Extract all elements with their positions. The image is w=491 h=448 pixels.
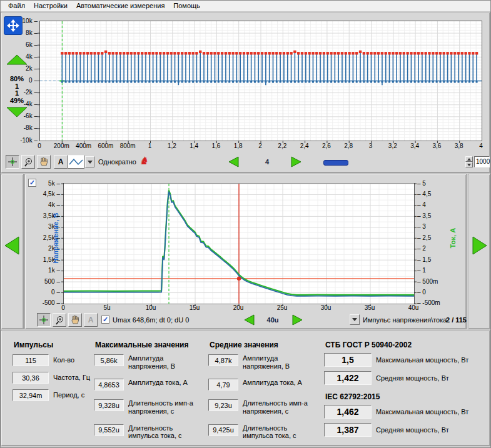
current-tick-label: – 4,5 — [417, 191, 442, 197]
menu-item-Помощь[interactable]: Помощь — [169, 1, 205, 11]
y-tick-label: -10k – — [19, 137, 38, 144]
x-tick-label: 3,2 — [382, 142, 404, 149]
cursor-info-label: Umax 648,6m; dt 0; dU 0 — [113, 316, 189, 324]
results-group-3: Средние значения4,87kАмплитуда напряжени… — [208, 331, 316, 448]
cursor-tool-button-2[interactable] — [37, 313, 51, 327]
move-arrows-icon — [6, 19, 20, 32]
standard-row: 1,462Максимальная мощность, Вт — [324, 405, 468, 419]
x-tick-label: 2,4 — [293, 142, 316, 149]
current-tick-label: – 500m — [417, 278, 442, 285]
result-label: Длительность имп-а напряжения, с — [243, 399, 316, 415]
pan-hand-button-2[interactable] — [68, 313, 82, 327]
pulse-counter: 2 / 115 — [434, 316, 467, 324]
x-tick-label: 2 — [249, 142, 271, 149]
group-title: Средние значения — [210, 341, 316, 349]
scale-up-button[interactable] — [7, 55, 27, 64]
result-value-box: 5,86k — [94, 354, 124, 366]
cursor-tool-button[interactable] — [6, 155, 19, 169]
standard-label: Средняя мощность, Вт — [376, 374, 449, 382]
next-pulse-button[interactable] — [473, 237, 487, 254]
stepper-down-icon[interactable] — [465, 162, 473, 167]
current-tick-label: – 3,5 — [417, 212, 442, 219]
sample-count-stepper[interactable] — [465, 156, 473, 167]
standard-row: 1,422Средняя мощность, Вт — [324, 371, 468, 385]
group-title: Импульсы — [14, 341, 90, 349]
pulse-shape-plot[interactable] — [63, 183, 415, 304]
result-label: Длительность имп-а напряжения, с — [128, 399, 202, 415]
current-tick-label: – 0 — [417, 289, 442, 296]
x-tick-label: 1 — [139, 142, 161, 149]
result-label: Частота, Гц — [53, 374, 90, 382]
cursor-info-checkbox[interactable]: ✓ — [101, 316, 109, 324]
sample-count-field[interactable]: 1000 — [474, 156, 490, 167]
prev-screen-button[interactable] — [229, 157, 238, 167]
result-value-box: 4,87k — [208, 354, 238, 366]
standard-title: СТБ ГОСТ Р 50940-2002 — [325, 341, 468, 349]
pan-icon[interactable] — [4, 16, 23, 35]
time-tick-label: 30u — [315, 304, 337, 311]
time-tick-label: 35u — [358, 304, 381, 311]
screen-index-value: 4 — [255, 158, 280, 166]
results-group-1: Импульсы115Кол-во30,36Частота, Гц32,94mП… — [13, 331, 90, 407]
voltage-tick-label: 5k – — [40, 180, 60, 187]
menu-item-Настройки[interactable]: Настройки — [29, 1, 72, 11]
y-tick-label: 2k – — [19, 65, 38, 72]
pan-hand-button[interactable] — [37, 155, 51, 169]
result-row: 32,94mПериод, с — [13, 389, 90, 401]
result-row: 9,425uДлительность импульса тока, с — [208, 424, 316, 440]
current-tick-label: – -500m — [417, 299, 442, 306]
result-label: Длительность импульса тока, с — [243, 424, 316, 440]
time-tick-label: 5u — [96, 304, 118, 311]
standard-title: IEC 62792:2015 — [325, 392, 468, 401]
x-tick-label: 400m — [73, 142, 95, 149]
x-tick-label: 800m — [116, 142, 139, 149]
current-tick-label: – 5 — [417, 180, 442, 187]
standards-column: СТБ ГОСТ Р 50940-20021,5Максимальная мощ… — [324, 331, 468, 441]
standard-label: Максимальная мощность, Вт — [376, 356, 468, 364]
result-row: 30,36Частота, Гц — [13, 372, 90, 384]
time-tick-label: 20u — [227, 304, 250, 311]
standard-value-box: 1,422 — [324, 371, 372, 385]
voltage-tick-label: -500 – — [40, 299, 60, 306]
result-value-box: 30,36 — [13, 372, 49, 384]
standard-row: 1,5Максимальная мощность, Вт — [324, 353, 468, 367]
result-label: Амплитуда напряжения, В — [128, 354, 202, 370]
voltage-tick-label: 4k – — [40, 201, 60, 208]
standard-value-box: 1,387 — [324, 423, 372, 437]
acquisition-mode-label: Однократно — [98, 158, 136, 166]
zoom-tool-button-2[interactable] — [53, 313, 66, 327]
result-label: Период, с — [53, 391, 84, 399]
x-tick-label: 4 — [470, 142, 491, 149]
plot-visible-checkbox[interactable]: ✓ — [28, 179, 36, 187]
time-tick-label: 25u — [271, 304, 293, 311]
prev-pulse-button[interactable] — [5, 237, 19, 254]
plot-style-button[interactable] — [68, 155, 84, 169]
timebase-increase-button[interactable] — [293, 315, 302, 325]
menu-bar: ФайлНастройкиАвтоматические измеренияПом… — [0, 0, 491, 12]
x-tick-label: 3 — [360, 142, 382, 149]
x-tick-label: 2,8 — [337, 142, 360, 149]
text-tool-button-2: A — [84, 313, 98, 327]
scale-down-button[interactable] — [7, 107, 27, 117]
menu-item-Файл[interactable]: Файл — [4, 1, 29, 11]
zoom-top-label: 80% — [1, 75, 33, 82]
next-screen-button[interactable] — [291, 157, 301, 167]
stepper-up-icon[interactable] — [465, 156, 473, 162]
menu-item-Автоматические измерения[interactable]: Автоматические измерения — [72, 1, 169, 11]
x-tick-label: 1,4 — [183, 142, 205, 149]
scale-value-2: 1 — [1, 89, 33, 97]
current-tick-label: – 3 — [417, 223, 442, 230]
pulse-train-plot[interactable] — [39, 21, 482, 141]
text-tool-button[interactable]: A — [54, 155, 68, 169]
standard-label: Максимальная мощность, Вт — [376, 408, 468, 416]
result-value-box: 4,79 — [208, 379, 238, 391]
current-tick-label: – 2 — [417, 245, 442, 252]
result-row: 9,328uДлительность имп-а напряжения, с — [94, 399, 202, 415]
zoom-tool-button[interactable] — [21, 155, 35, 169]
timebase-decrease-button[interactable] — [245, 315, 254, 325]
standard-value-box: 1,462 — [324, 405, 372, 419]
plot-style-dropdown-icon[interactable] — [85, 156, 94, 167]
view-selector-dropdown-icon[interactable] — [350, 314, 360, 325]
result-row: 9,23uДлительность имп-а напряжения, с — [208, 399, 316, 415]
next-pulse-panel — [468, 174, 490, 329]
